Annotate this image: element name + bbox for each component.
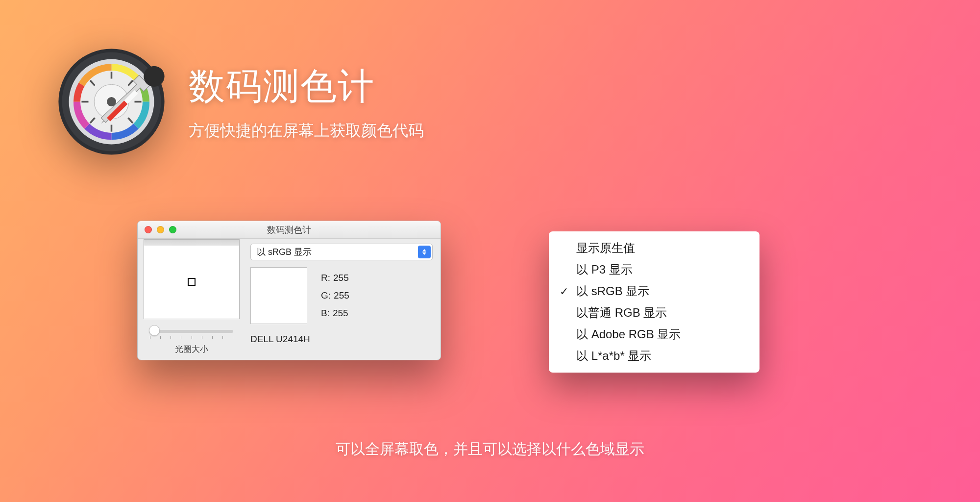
g-value: 255 — [334, 290, 349, 301]
hero-subtitle: 方便快捷的在屏幕上获取颜色代码 — [189, 120, 424, 142]
chevron-up-down-icon — [418, 246, 431, 258]
color-space-selected: 以 sRGB 显示 — [257, 246, 312, 258]
check-icon: ✓ — [560, 285, 568, 298]
aperture-reticle-icon — [188, 278, 196, 286]
titlebar[interactable]: 数码测色计 — [138, 221, 441, 239]
slider-label: 光圈大小 — [175, 344, 208, 355]
r-value: 255 — [333, 273, 349, 283]
menu-item-p3[interactable]: 以 P3 显示 — [549, 259, 760, 280]
menu-item-lab[interactable]: 以 L*a*b* 显示 — [549, 345, 760, 367]
menu-item-srgb[interactable]: ✓ 以 sRGB 显示 — [549, 280, 760, 302]
display-name: DELL U2414H — [250, 334, 433, 345]
app-icon — [54, 44, 169, 159]
menu-item-generic-rgb[interactable]: 以普通 RGB 显示 — [549, 302, 760, 324]
color-swatch — [250, 267, 307, 324]
menu-item-label: 以 Adobe RGB 显示 — [576, 327, 681, 341]
b-label: B: — [321, 308, 330, 319]
slider-thumb[interactable] — [149, 325, 160, 336]
menu-item-label: 以普通 RGB 显示 — [576, 306, 667, 319]
menu-item-adobe-rgb[interactable]: 以 Adobe RGB 显示 — [549, 324, 760, 345]
magnifier-preview — [144, 245, 240, 319]
menu-item-label: 以 P3 显示 — [576, 263, 633, 276]
color-space-menu: 显示原生值 以 P3 显示 ✓ 以 sRGB 显示 以普通 RGB 显示 以 A… — [549, 231, 760, 373]
menu-item-label: 以 sRGB 显示 — [576, 284, 649, 298]
b-value: 255 — [333, 308, 348, 319]
menu-item-label: 显示原生值 — [576, 241, 635, 254]
aperture-size-slider[interactable] — [150, 330, 233, 333]
menu-item-native[interactable]: 显示原生值 — [549, 237, 760, 259]
menu-item-label: 以 L*a*b* 显示 — [576, 349, 651, 362]
color-space-select[interactable]: 以 sRGB 显示 — [250, 244, 433, 260]
color-meter-window: 数码测色计 光圈大小 以 sRGB 显示 — [137, 221, 441, 360]
hero-title: 数码测色计 — [189, 62, 424, 111]
hero: 数码测色计 方便快捷的在屏幕上获取颜色代码 — [54, 44, 424, 159]
r-label: R: — [321, 273, 330, 283]
g-label: G: — [321, 290, 331, 301]
rgb-readout: R:255 G:255 B:255 — [321, 267, 349, 324]
window-title: 数码测色计 — [138, 224, 441, 236]
caption: 可以全屏幕取色，并且可以选择以什么色域显示 — [0, 439, 980, 459]
